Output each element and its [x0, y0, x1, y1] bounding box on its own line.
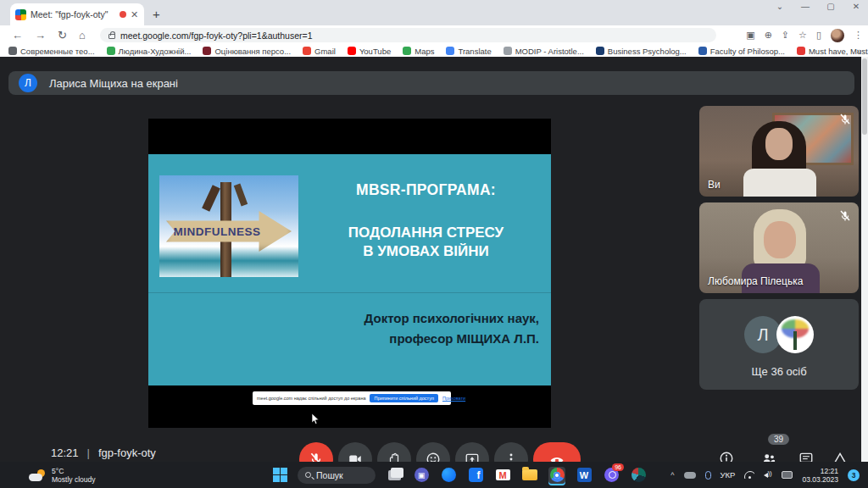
bookmark-item[interactable]: Современные тео... — [8, 47, 95, 56]
bookmark-label: MODIP - Aristotle... — [515, 47, 584, 56]
activities-button[interactable] — [831, 449, 849, 462]
hidden-icons-chevron[interactable]: ^ — [670, 471, 674, 480]
tray-time: 12:21 — [802, 467, 838, 475]
touchpad-icon[interactable] — [782, 471, 793, 479]
bookmark-favicon — [107, 47, 115, 55]
more-vertical-icon — [504, 452, 519, 462]
screen: Meet: "fgp-foyk-oty" ✕ + ⌄ — ▢ ✕ ← → ↻ ⌂… — [0, 0, 868, 488]
tab-close-icon[interactable]: ✕ — [131, 9, 139, 20]
page-scrollbar[interactable] — [861, 57, 868, 462]
meeting-code: fgp-foyk-oty — [98, 446, 156, 459]
present-screen-icon — [465, 452, 480, 462]
browser-app-button[interactable] — [630, 467, 647, 484]
notification-badge[interactable]: 3 — [848, 469, 860, 481]
chat-button[interactable] — [797, 449, 815, 462]
side-panel-icon[interactable]: ▯ — [816, 30, 821, 41]
bookmark-item[interactable]: YouTube — [348, 47, 391, 56]
slide-author-line1: Доктор психологічних наук, — [166, 308, 539, 329]
overflow-avatar-logo — [776, 316, 814, 353]
file-explorer-button[interactable] — [521, 467, 538, 484]
meeting-time: 12:21 — [51, 446, 79, 459]
bookmarks-bar: Современные тео... Людина-Художній... Оц… — [0, 45, 868, 57]
url-bar[interactable]: meet.google.com/fgp-foyk-oty?pli=1&authu… — [100, 28, 716, 42]
tab-camera-indicator-icon[interactable]: ▣ — [746, 30, 754, 41]
bookmark-item[interactable]: Translate — [446, 47, 491, 56]
weather-widget[interactable]: 5°C Mostly cloudy — [29, 467, 96, 484]
viber-button[interactable]: 96 — [603, 467, 620, 484]
browser-menu-icon[interactable]: ⋮ — [854, 30, 863, 41]
mic-button[interactable] — [299, 442, 333, 462]
bookmark-item[interactable]: Faculty of Philosop... — [698, 47, 785, 56]
window-menu-icon[interactable]: ⌄ — [775, 2, 785, 11]
camera-off-icon — [348, 452, 363, 462]
end-call-button[interactable] — [533, 442, 581, 462]
lock-icon — [108, 34, 115, 39]
word-button[interactable]: W — [576, 467, 593, 484]
browser-tab[interactable]: Meet: "fgp-foyk-oty" ✕ — [10, 3, 144, 25]
video-tile-self[interactable]: Ви — [699, 106, 859, 197]
meeting-details-button[interactable] — [717, 449, 736, 462]
tray-clock[interactable]: 12:21 03.03.2023 — [802, 467, 838, 484]
new-tab-button[interactable]: + — [153, 7, 160, 21]
home-icon[interactable]: ⌂ — [79, 29, 86, 42]
bookmark-item[interactable]: Maps — [403, 47, 434, 56]
volume-icon[interactable] — [764, 471, 772, 479]
language-indicator[interactable]: УКР — [721, 470, 736, 480]
facebook-button[interactable]: f — [467, 467, 484, 484]
window-minimize-icon[interactable]: — — [800, 2, 810, 11]
bookmarks-overflow-icon[interactable]: » — [856, 47, 861, 56]
wifi-icon[interactable] — [744, 471, 754, 479]
stop-sharing-button[interactable]: Припинити спільний доступ — [370, 394, 437, 402]
raise-hand-button[interactable] — [377, 442, 411, 462]
screen-share-notification-bar: meet.google.com надає спільний доступ до… — [253, 391, 451, 405]
chrome-button[interactable] — [548, 467, 565, 484]
share-icon[interactable]: ⇪ — [782, 30, 789, 41]
mic-off-icon — [309, 452, 324, 462]
window-maximize-icon[interactable]: ▢ — [826, 2, 836, 11]
system-tray: ^ УКР 12:21 03.03.2023 3 — [670, 467, 860, 484]
slide-subheading: ПОДОЛАННЯ СТРЕСУ В УМОВАХ ВІЙНИ — [305, 224, 547, 261]
more-options-button[interactable] — [494, 442, 528, 462]
tab-title: Meet: "fgp-foyk-oty" — [31, 9, 115, 19]
bookmark-star-icon[interactable]: ☆ — [798, 30, 807, 41]
bookmark-label: Business Psycholog... — [608, 47, 687, 56]
tree-logo-trunk — [793, 331, 797, 350]
sign-branch — [202, 185, 220, 211]
taskbar-center: Пошук ▣ f M W 96 — [273, 467, 647, 484]
present-button[interactable] — [455, 442, 489, 462]
window-close-icon[interactable]: ✕ — [851, 2, 861, 11]
bookmark-item[interactable]: Людина-Художній... — [107, 47, 192, 56]
reload-icon[interactable]: ↻ — [58, 29, 67, 42]
task-view-icon — [388, 470, 401, 480]
messenger-button[interactable] — [440, 467, 457, 484]
overflow-participants-tile[interactable]: Л Ще 36 осіб — [699, 299, 859, 390]
bookmark-favicon — [348, 47, 356, 55]
toolbar-right-cluster: ▣ ⊕ ⇪ ☆ ▯ ⋮ — [746, 25, 863, 45]
tray-microphone-icon[interactable] — [705, 471, 711, 480]
slide-subheading-line1: ПОДОЛАННЯ СТРЕСУ — [305, 224, 547, 242]
bookmark-item[interactable]: Оцінювання персо... — [203, 47, 291, 56]
hide-share-bar-link[interactable]: Приховати — [442, 396, 465, 401]
camera-button[interactable] — [338, 442, 372, 462]
bookmark-item[interactable]: Gmail — [303, 47, 336, 56]
url-text[interactable]: meet.google.com/fgp-foyk-oty?pli=1&authu… — [120, 30, 312, 41]
people-button[interactable] — [760, 449, 778, 462]
share-message: meet.google.com надає спільний доступ до… — [257, 396, 365, 401]
bookmark-label: Оцінювання персо... — [214, 47, 291, 56]
gmail-button[interactable]: M — [494, 467, 511, 484]
bookmark-item[interactable]: Business Psycholog... — [596, 47, 687, 56]
bookmark-item[interactable]: MODIP - Aristotle... — [504, 47, 584, 56]
presentation-stage[interactable]: MINDFULNESS MBSR-ПРОГРАМА: ПОДОЛАННЯ СТР… — [148, 119, 551, 428]
start-button[interactable] — [273, 468, 287, 482]
profile-avatar[interactable] — [831, 29, 844, 42]
task-view-button[interactable] — [386, 467, 403, 484]
video-tile-participant[interactable]: Любомира Пілецька — [699, 202, 859, 293]
forward-icon[interactable]: → — [35, 29, 46, 42]
onedrive-icon[interactable] — [684, 472, 696, 479]
back-icon[interactable]: ← — [12, 29, 23, 42]
meet-app-button[interactable]: ▣ — [413, 467, 430, 484]
scrollbar-thumb[interactable] — [862, 58, 867, 135]
taskbar-search[interactable]: Пошук — [298, 467, 376, 484]
zoom-icon[interactable]: ⊕ — [765, 30, 772, 41]
reactions-button[interactable] — [416, 442, 450, 462]
